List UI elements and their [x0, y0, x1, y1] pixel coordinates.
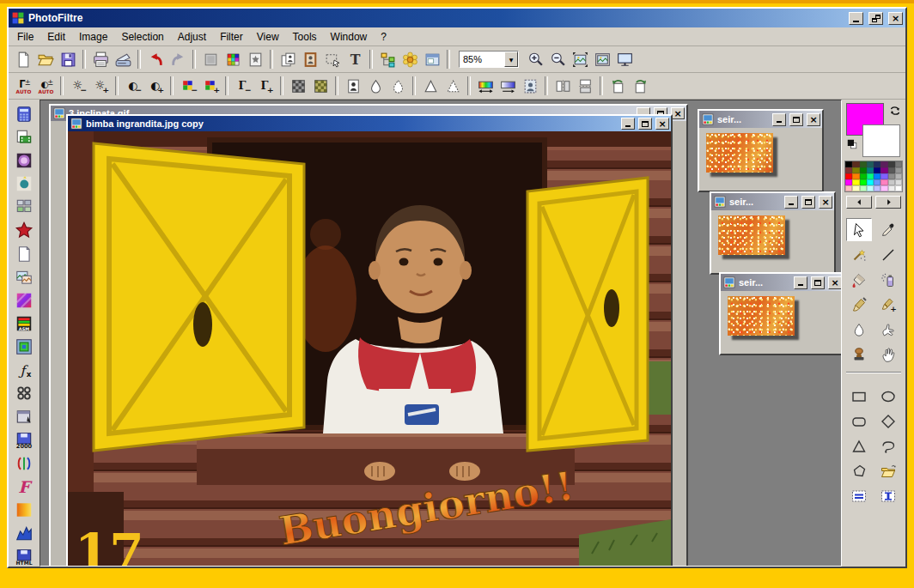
thumb-minimize-button[interactable]	[794, 276, 807, 289]
thumb-minimize-button[interactable]	[784, 196, 798, 209]
print-button[interactable]	[89, 48, 112, 70]
palette-color[interactable]	[852, 167, 859, 173]
palette-color[interactable]	[852, 173, 859, 179]
thumb-maximize-button[interactable]	[811, 276, 825, 289]
sharpen-button[interactable]	[419, 75, 442, 97]
line-tool[interactable]	[875, 243, 901, 266]
back-close-button[interactable]: ×	[671, 107, 685, 119]
menu-window[interactable]: Window	[324, 28, 375, 45]
palette-color[interactable]	[880, 167, 887, 173]
rotate-right-button[interactable]	[629, 75, 651, 97]
palette-color[interactable]	[867, 185, 874, 191]
palette-color[interactable]	[867, 179, 874, 185]
thumbnail-image[interactable]	[706, 133, 773, 173]
menu-image[interactable]: Image	[72, 28, 114, 45]
restore-button[interactable]	[868, 12, 883, 25]
flip-horizontal-button[interactable]	[551, 75, 574, 97]
image-frame-button[interactable]	[299, 48, 321, 70]
palette-color[interactable]	[880, 173, 887, 179]
rounded-rectangle-tool[interactable]	[846, 409, 872, 433]
plugin-film-export-button[interactable]	[13, 127, 35, 147]
magic-wand-tool[interactable]	[846, 243, 872, 266]
thumbnail-titlebar[interactable]: seir...×	[699, 111, 822, 128]
auto-fit-button[interactable]	[569, 48, 591, 70]
auto-contrast-button[interactable]: ◐±AUTO	[34, 75, 57, 97]
palette-color[interactable]	[895, 161, 902, 167]
flip-vertical-button[interactable]	[574, 75, 596, 97]
smooth-button[interactable]	[387, 75, 409, 97]
ellipse-tool[interactable]	[875, 385, 901, 408]
clone-stamp-tool[interactable]	[846, 342, 872, 366]
thumb-close-button[interactable]: ×	[828, 276, 842, 289]
menu-tools[interactable]: Tools	[286, 28, 324, 45]
text-button[interactable]: T	[344, 48, 366, 70]
palette-color[interactable]	[845, 179, 852, 185]
palette-color[interactable]	[895, 179, 902, 185]
save-button[interactable]	[57, 48, 79, 70]
palette-color[interactable]	[880, 179, 887, 185]
plugin-script-f-button[interactable]: F	[13, 477, 35, 497]
thumbnail-canvas[interactable]	[721, 291, 842, 354]
thumb-maximize-button[interactable]	[801, 196, 815, 209]
menu-adjust[interactable]: Adjust	[171, 28, 213, 45]
palette-color[interactable]	[867, 167, 874, 173]
palette-color[interactable]	[874, 167, 880, 173]
palette-prev-button[interactable]	[846, 196, 872, 209]
palette-color[interactable]	[852, 185, 859, 191]
palette-color[interactable]	[874, 185, 880, 191]
plugin-save-2000-button[interactable]: 2000	[13, 430, 35, 450]
palette-color[interactable]	[895, 167, 902, 173]
palette-color[interactable]	[845, 173, 852, 179]
new-button[interactable]	[12, 48, 34, 70]
menu-filter[interactable]: Filter	[213, 28, 250, 45]
palette-color[interactable]	[845, 161, 852, 167]
palette-color[interactable]	[874, 161, 880, 167]
zoom-select[interactable]: 85%▼	[459, 51, 519, 68]
palette-color[interactable]	[860, 161, 867, 167]
brightness-minus-button[interactable]: ☼−	[67, 75, 89, 97]
smudge-tool[interactable]	[875, 318, 901, 341]
gamma-minus-button[interactable]: Γ−	[232, 75, 254, 97]
plugin-calculator-button[interactable]	[13, 104, 35, 124]
photomask-button[interactable]	[519, 75, 541, 97]
menu-help[interactable]: ?	[374, 28, 393, 45]
title-bar[interactable]: PhotoFiltre ×	[9, 9, 905, 27]
palette-color[interactable]	[845, 185, 852, 191]
minimize-button[interactable]	[849, 12, 863, 25]
menu-edit[interactable]: Edit	[40, 28, 72, 45]
auto-levels-button[interactable]: Γ±AUTO	[12, 75, 34, 97]
image-size-button[interactable]	[199, 48, 222, 70]
plugin-window-effect-button[interactable]	[13, 407, 35, 427]
fill-tool[interactable]	[846, 268, 872, 291]
rotate-left-button[interactable]	[606, 75, 629, 97]
menu-view[interactable]: View	[250, 28, 286, 45]
plugin-html-export-button[interactable]: HTML	[13, 547, 35, 567]
palette-color[interactable]	[867, 161, 874, 167]
paintbrush-tool[interactable]	[846, 293, 872, 316]
palette-color[interactable]	[874, 179, 880, 185]
saturation-plus-button[interactable]: +	[199, 75, 222, 97]
front-window-titlebar[interactable]: bimba ingrandita.jpg copy ×	[68, 116, 671, 131]
rectangle-tool[interactable]	[846, 385, 872, 408]
palette-color[interactable]	[880, 185, 887, 191]
palette-color[interactable]	[888, 167, 895, 173]
fullscreen-button[interactable]	[613, 48, 636, 70]
arrow-tool[interactable]	[846, 218, 872, 241]
blur-tool-tool[interactable]	[846, 318, 872, 341]
variation-hue-button[interactable]	[474, 75, 497, 97]
module-button[interactable]	[421, 48, 443, 70]
palette-color[interactable]	[852, 161, 859, 167]
contrast-minus-button[interactable]: ◐−	[122, 75, 144, 97]
brightness-plus-button[interactable]: ☼+	[89, 75, 112, 97]
palette-color[interactable]	[852, 179, 859, 185]
thumb-maximize-button[interactable]	[789, 113, 803, 126]
color-palette-button[interactable]	[222, 48, 244, 70]
thumbnail-image[interactable]	[718, 215, 785, 255]
selection-show-button[interactable]	[321, 48, 344, 70]
plugin-blank-page-button[interactable]	[13, 244, 35, 264]
palette-color[interactable]	[860, 173, 867, 179]
airbrush-tool[interactable]	[875, 268, 901, 291]
zoom-in-button[interactable]	[524, 48, 546, 70]
menu-selection[interactable]: Selection	[114, 28, 170, 45]
plugin-dot-screen-button[interactable]	[13, 384, 35, 403]
